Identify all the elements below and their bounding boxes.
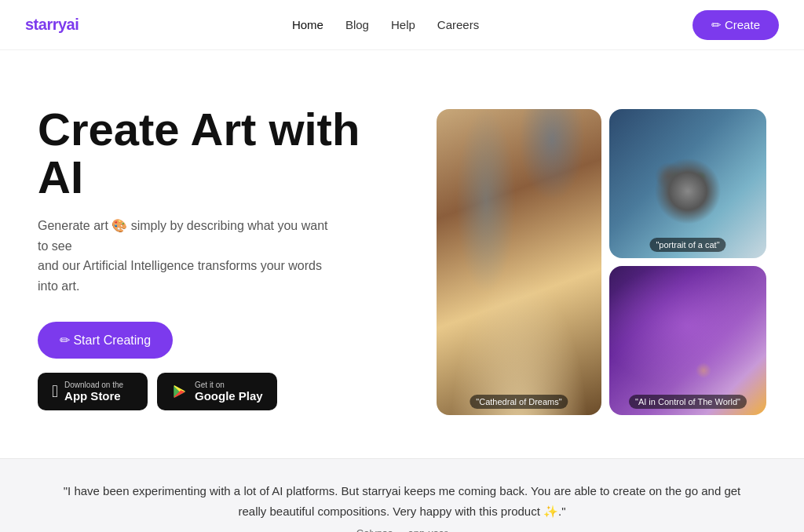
hero-left: Create Art with AI Generate art 🎨 simply… [38,106,375,410]
cathedral-image: "Cathedral of Dreams" [437,109,601,415]
cat-image: "portrait of a cat" [609,109,766,258]
testimonial-author: Calypso_ - app user [63,527,741,532]
hero-image-grid: "Cathedral of Dreams" "portrait of a cat… [437,101,766,415]
google-play-icon [171,383,188,400]
appstore-text: Download on the App Store [64,381,123,403]
galaxy-caption: "AI in Control of The World" [629,395,747,409]
googleplay-button[interactable]: Get it on Google Play [157,373,277,410]
nav-help[interactable]: Help [391,18,415,31]
hero-headline: Create Art with AI [38,106,375,202]
image-col-right: "portrait of a cat" "AI in Control of Th… [609,109,766,415]
testimonial-text: "I have been experimenting with a lot of… [63,481,741,521]
nav-blog[interactable]: Blog [345,18,369,31]
hero-subtext-line2: and our Artificial Intelligence transfor… [38,259,322,293]
navbar: starryai Home Blog Help Careers ✏ Create [0,0,804,50]
hero-subtext: Generate art 🎨 simply by describing what… [38,216,336,296]
testimonial-section: "I have been experimenting with a lot of… [0,458,804,532]
googleplay-large-label: Google Play [195,389,263,403]
nav-links: Home Blog Help Careers [292,18,479,31]
cat-caption: "portrait of a cat" [649,238,725,252]
create-button[interactable]: ✏ Create [693,10,779,40]
start-creating-button[interactable]: ✏ Start Creating [38,322,173,359]
appstore-large-label: App Store [64,389,123,403]
nav-home[interactable]: Home [292,18,323,31]
hero-subtext-line1: Generate art 🎨 simply by describing what… [38,219,328,253]
main-content: Create Art with AI Generate art 🎨 simply… [0,50,804,458]
image-col-left: "Cathedral of Dreams" [437,109,601,415]
appstore-small-label: Download on the [64,381,123,389]
logo-text: starryai [25,16,79,33]
cathedral-caption: "Cathedral of Dreams" [470,395,568,409]
logo: starryai [25,16,79,34]
googleplay-small-label: Get it on [195,381,263,389]
store-buttons:  Download on the App Store Get it on [38,373,375,410]
apple-icon:  [52,381,58,402]
nav-careers[interactable]: Careers [437,18,479,31]
galaxy-image: "AI in Control of The World" [609,266,766,415]
appstore-button[interactable]:  Download on the App Store [38,373,148,410]
googleplay-text: Get it on Google Play [195,381,263,403]
